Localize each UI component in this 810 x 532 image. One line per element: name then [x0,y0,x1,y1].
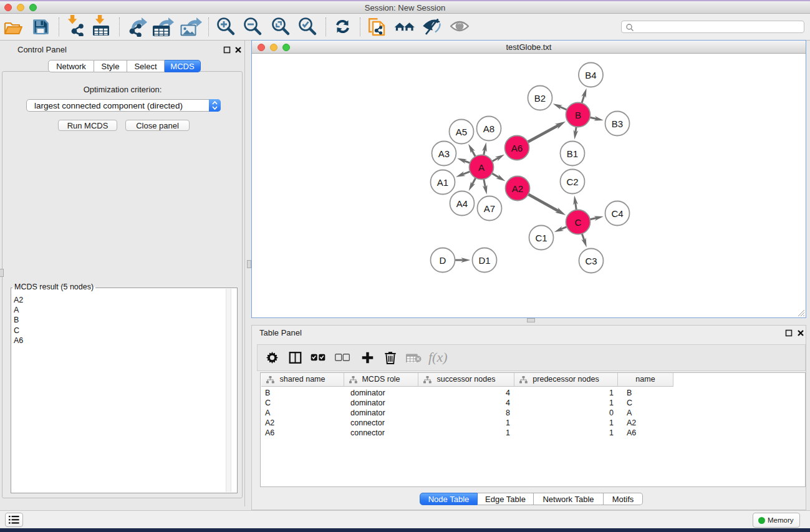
svg-text:C1: C1 [535,233,547,243]
svg-text:C: C [575,217,582,228]
svg-text:A5: A5 [456,127,467,137]
svg-text:D: D [440,255,446,266]
svg-text:A4: A4 [456,198,468,209]
svg-text:D1: D1 [478,255,490,266]
svg-text:A8: A8 [483,123,494,134]
svg-text:A1: A1 [437,177,448,188]
svg-text:B1: B1 [567,148,578,159]
svg-text:B: B [575,110,581,120]
svg-text:A2: A2 [512,183,523,194]
svg-text:B4: B4 [585,70,596,80]
svg-text:A3: A3 [438,148,450,159]
svg-text:A: A [478,162,485,173]
svg-text:A7: A7 [484,203,495,214]
svg-text:A6: A6 [511,143,523,153]
svg-text:B3: B3 [612,118,623,129]
svg-text:C2: C2 [566,177,578,187]
svg-text:B2: B2 [534,93,546,104]
svg-text:C4: C4 [611,208,623,219]
svg-text:C3: C3 [585,256,597,266]
